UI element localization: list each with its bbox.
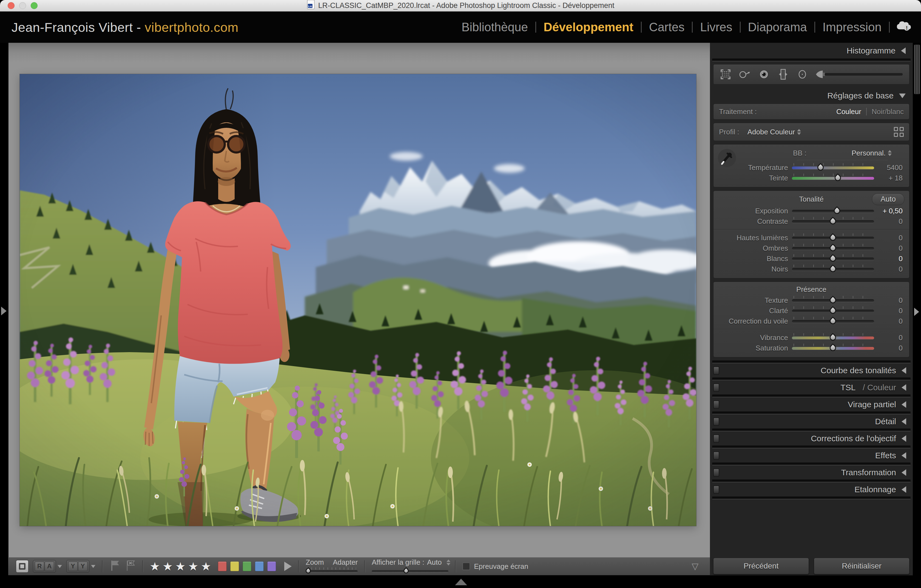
filmstrip-reveal-arrow[interactable]: [455, 579, 467, 585]
nav-item-developpement[interactable]: Développement: [537, 20, 640, 34]
slider-value[interactable]: 0: [874, 334, 904, 342]
toolbar-content-dropdown-icon[interactable]: ▽: [692, 561, 698, 572]
loupe-view-button[interactable]: [16, 560, 29, 573]
histogram-panel-header[interactable]: Histogramme: [710, 43, 913, 59]
panel-switch[interactable]: [713, 485, 719, 494]
compare-dropdown-arrow[interactable]: [57, 565, 62, 568]
panel-header-effets[interactable]: Effets: [710, 448, 913, 463]
slideshow-play-icon[interactable]: [284, 562, 292, 571]
slider[interactable]: [792, 343, 874, 353]
flag-reject-icon[interactable]: [125, 559, 136, 574]
color-label-green[interactable]: [242, 561, 251, 571]
color-label-blue[interactable]: [255, 561, 264, 571]
treatment-bw-option[interactable]: Noir/blanc: [872, 108, 904, 116]
panel-switch[interactable]: [713, 401, 719, 409]
fit-label[interactable]: Adapter: [333, 558, 358, 567]
panel-header-etalonnage[interactable]: Etalonnage: [710, 482, 913, 497]
wb-value[interactable]: Personnal.: [852, 149, 904, 157]
wb-caret-icon[interactable]: [888, 150, 892, 156]
slider-value[interactable]: 0: [874, 265, 904, 274]
slider-value[interactable]: + 18: [874, 174, 904, 182]
slider-value[interactable]: 0: [874, 296, 904, 305]
adjustment-brush-icon[interactable]: [814, 67, 905, 82]
color-label-red[interactable]: [218, 561, 227, 571]
flag-pick-icon[interactable]: [109, 559, 120, 574]
panel-switch[interactable]: [713, 468, 719, 477]
grid-value-caret-icon[interactable]: [446, 559, 450, 565]
panel-header-virage-partiel[interactable]: Virage partiel: [710, 397, 913, 412]
panel-header-tsl[interactable]: TSL/ Couleur: [710, 380, 913, 395]
rating-stars[interactable]: ★★★★★: [150, 560, 213, 573]
previous-button[interactable]: Précédent: [713, 558, 809, 574]
slider-value[interactable]: 0: [874, 234, 904, 242]
zoom-window-button[interactable]: [31, 2, 37, 9]
grid-slider-track[interactable]: [372, 570, 448, 573]
slider[interactable]: [792, 173, 874, 183]
soft-proof-checkbox[interactable]: [462, 562, 470, 570]
color-label-purple[interactable]: [267, 561, 276, 571]
slider-value[interactable]: 0: [874, 344, 904, 352]
left-panel-reveal-arrow[interactable]: [1, 306, 7, 315]
zoom-slider-track[interactable]: [306, 570, 358, 573]
nav-item-cartes[interactable]: Cartes: [642, 20, 692, 34]
panel-switch[interactable]: [713, 383, 719, 392]
slider-value[interactable]: 0: [874, 217, 904, 226]
radial-filter-icon[interactable]: [795, 67, 810, 82]
right-panel-collapse-arrow[interactable]: [914, 308, 919, 316]
grid-slider-thumb[interactable]: [402, 567, 410, 575]
slider-track[interactable]: [792, 166, 874, 169]
slider-value[interactable]: 0: [874, 306, 904, 315]
close-window-button[interactable]: [8, 2, 15, 9]
profile-caret-icon[interactable]: [797, 129, 801, 135]
profile-browser-icon[interactable]: [894, 127, 904, 137]
identity-site-link[interactable]: vibertphoto.com: [145, 20, 239, 34]
panel-header-corrections-de-l-objectif[interactable]: Corrections de l'objectif: [710, 432, 913, 446]
slider[interactable]: [792, 233, 874, 243]
slider-value[interactable]: 5400: [874, 163, 904, 172]
slider[interactable]: [792, 264, 874, 274]
basic-panel-header[interactable]: Réglages de base: [710, 88, 913, 104]
nav-item-livres[interactable]: Livres: [693, 20, 739, 34]
white-balance-eyedropper-icon[interactable]: [718, 149, 736, 167]
slider[interactable]: [792, 332, 874, 343]
color-label-yellow[interactable]: [230, 561, 239, 571]
panel-switch[interactable]: [713, 417, 719, 426]
identity-plate[interactable]: Jean-François Vibert - vibertphoto.com: [11, 20, 239, 35]
zoom-slider[interactable]: [306, 567, 358, 575]
slider[interactable]: [792, 316, 874, 326]
slider[interactable]: [792, 206, 874, 216]
slider[interactable]: [792, 295, 874, 306]
panel-switch[interactable]: [713, 451, 719, 459]
photo-canvas[interactable]: [20, 74, 696, 526]
slider-value[interactable]: 0: [874, 254, 904, 263]
compare-view-button[interactable]: R A: [33, 560, 56, 573]
slider-value[interactable]: + 0,50: [874, 207, 904, 215]
survey-view-button[interactable]: Y Y: [66, 560, 89, 573]
auto-tone-button[interactable]: Auto: [872, 193, 904, 205]
crop-overlay-icon[interactable]: [718, 67, 733, 82]
slider-value[interactable]: 0: [874, 244, 904, 252]
profile-value[interactable]: Adobe Couleur: [747, 128, 801, 136]
reset-button[interactable]: Réinitialiser: [814, 558, 910, 574]
graduated-filter-icon[interactable]: [775, 67, 791, 82]
slider-track[interactable]: [792, 210, 874, 213]
slider[interactable]: [792, 253, 874, 264]
minimize-window-button[interactable]: [19, 2, 26, 9]
slider-thumb[interactable]: [833, 206, 841, 215]
panel-switch[interactable]: [713, 366, 719, 375]
soft-proof-label[interactable]: Epreuvage écran: [474, 562, 528, 571]
zoom-label[interactable]: Zoom: [306, 558, 324, 567]
panel-header-detail[interactable]: Détail: [710, 414, 913, 428]
sync-cloud-icon[interactable]: !: [896, 20, 912, 35]
slider[interactable]: [792, 243, 874, 253]
red-eye-icon[interactable]: [756, 67, 771, 82]
spot-removal-icon[interactable]: [737, 67, 752, 82]
grid-slider[interactable]: [372, 567, 448, 575]
treatment-color-option[interactable]: Couleur: [836, 108, 861, 116]
panel-switch[interactable]: [713, 435, 719, 443]
slider-track[interactable]: [792, 177, 874, 180]
panel-header-transformation[interactable]: Transformation: [710, 466, 913, 480]
slider-value[interactable]: 0: [874, 317, 904, 326]
scrollbar-thumb[interactable]: [914, 44, 920, 94]
nav-item-impression[interactable]: Impression: [816, 20, 888, 34]
